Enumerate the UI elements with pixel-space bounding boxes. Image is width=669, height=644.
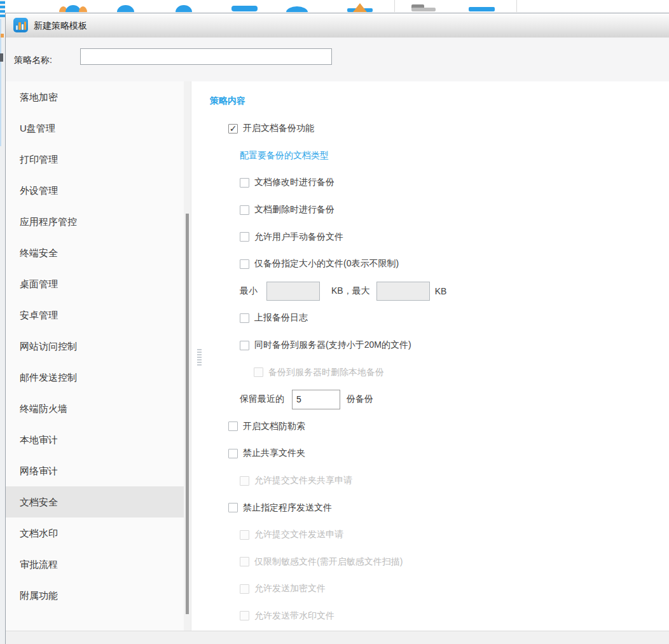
- checkbox: [254, 367, 263, 377]
- sidebar-item-7[interactable]: 安卓管理: [6, 299, 184, 331]
- splitter-grip[interactable]: [197, 349, 202, 366]
- option-row-3: 文档删除时进行备份: [191, 196, 669, 224]
- sidebar-item-8[interactable]: 网站访问控制: [6, 331, 184, 362]
- min-size-label: 最小: [240, 285, 258, 297]
- sidebar-item-16[interactable]: 附属功能: [6, 580, 184, 611]
- policy-options: ✓开启文档备份功能配置要备份的文档类型文档修改时进行备份文档删除时进行备份允许用…: [191, 115, 669, 629]
- option-row-17: 允许发送加密文件: [191, 575, 669, 603]
- logo-stripes-icon: [0, 15, 5, 17]
- option-row-2: 文档修改时进行备份: [191, 169, 669, 196]
- checkbox: [240, 584, 249, 594]
- screen: 新建策略模板 策略名称: 落地加密U盘管理打印管理外设管理应用程序管控终端安全桌…: [0, 0, 669, 644]
- files-icon: [411, 8, 436, 11]
- shield-icon: [286, 6, 308, 12]
- sidebar-item-15[interactable]: 审批流程: [6, 549, 184, 580]
- option-row-5: 仅备份指定大小的文件(0表示不限制): [191, 250, 669, 278]
- monitor-icon: [231, 6, 258, 11]
- clock-icon: [176, 5, 192, 12]
- checkbox[interactable]: [240, 205, 249, 215]
- checkbox[interactable]: [240, 259, 249, 269]
- section-heading: 策略内容: [191, 81, 669, 109]
- checkbox-label: 同时备份到服务器(支持小于20M的文件): [254, 339, 411, 351]
- sidebar-scrollbar[interactable]: [184, 81, 191, 631]
- new-policy-template-dialog: 新建策略模板 策略名称: 落地加密U盘管理打印管理外设管理应用程序管控终端安全桌…: [5, 13, 669, 644]
- sidebar-item-10[interactable]: 终端防火墙: [6, 393, 184, 424]
- option-row-13: 允许提交文件夹共享申请: [191, 467, 669, 495]
- checkbox-label: 上报备份日志: [254, 312, 308, 324]
- toolbar-divider: [394, 0, 395, 12]
- max-size-input: [376, 282, 430, 301]
- option-row-9: 备份到服务器时删除本地备份: [191, 359, 669, 386]
- sidebar-item-0[interactable]: 落地加密: [6, 81, 184, 113]
- edge-fragment: [0, 53, 3, 62]
- sidebar-item-12[interactable]: 网络审计: [6, 455, 184, 486]
- option-row-1: 配置要备份的文档类型: [191, 142, 669, 170]
- checkbox[interactable]: ✓: [228, 124, 238, 134]
- option-row-10: 保留最近的份备份: [191, 386, 669, 413]
- dialog-title: 新建策略模板: [34, 20, 87, 32]
- logo-stripes-icon: [0, 1, 5, 4]
- configure-backup-types-link[interactable]: 配置要备份的文档类型: [240, 150, 329, 161]
- policy-name-label: 策略名称:: [14, 55, 52, 66]
- edge-divider: [0, 19, 1, 146]
- checkbox[interactable]: [240, 232, 249, 242]
- toolbar-divider: [516, 0, 517, 12]
- checkbox-label: 备份到服务器时删除本地备份: [268, 367, 384, 378]
- parent-window-edge: [0, 0, 5, 644]
- checkbox-label: 允许发送带水印文件: [254, 610, 334, 622]
- checkbox-label: 开启文档防勒索: [243, 421, 305, 432]
- category-sidebar: 落地加密U盘管理打印管理外设管理应用程序管控终端安全桌面管理安卓管理网站访问控制…: [6, 81, 184, 631]
- sidebar-item-4[interactable]: 应用程序管控: [6, 206, 184, 237]
- sidebar-item-13[interactable]: 文档安全: [6, 486, 184, 517]
- option-row-7: 上报备份日志: [191, 305, 669, 332]
- list-icon: [469, 7, 495, 11]
- min-size-input: [266, 282, 320, 301]
- sidebar-item-11[interactable]: 本地审计: [6, 424, 184, 455]
- checkbox[interactable]: [228, 503, 238, 512]
- dialog-titlebar[interactable]: 新建策略模板: [6, 13, 669, 38]
- checkbox: [240, 530, 249, 540]
- checkbox: [240, 476, 249, 486]
- checkbox-label: 允许用户手动备份文件: [254, 231, 343, 243]
- dialog-footer: [6, 631, 669, 644]
- checkbox[interactable]: [240, 178, 249, 188]
- scrollbar-thumb[interactable]: [186, 214, 189, 614]
- checkbox-label: 仅限制敏感文件(需开启敏感文件扫描): [254, 556, 403, 568]
- option-row-11: 开启文档防勒索: [191, 413, 669, 441]
- sidebar-item-2[interactable]: 打印管理: [6, 144, 184, 175]
- checkbox-label: 允许提交文件发送申请: [254, 529, 343, 540]
- kb-unit-label: KB: [435, 286, 447, 296]
- checkbox[interactable]: [240, 313, 249, 323]
- parent-toolbar: [0, 0, 669, 13]
- users-icon: [79, 6, 87, 12]
- backups-unit-label: 份备份: [347, 394, 373, 405]
- checkbox: [240, 557, 249, 566]
- option-row-8: 同时备份到服务器(支持小于20M的文件): [191, 332, 669, 359]
- policy-name-input[interactable]: [80, 48, 332, 65]
- checkbox[interactable]: [228, 421, 238, 431]
- sidebar-item-14[interactable]: 文档水印: [6, 517, 184, 549]
- checkbox[interactable]: [228, 449, 238, 458]
- checkbox[interactable]: [240, 341, 249, 350]
- keep-count-input[interactable]: [292, 390, 340, 409]
- checkbox: [240, 611, 249, 620]
- sidebar-item-5[interactable]: 终端安全: [6, 237, 184, 268]
- option-row-12: 禁止共享文件夹: [191, 440, 669, 467]
- option-row-6: 最小KB，最大KB: [191, 278, 669, 305]
- alert-icon: [353, 3, 367, 12]
- bar-chart-icon: [13, 18, 28, 32]
- logo-stripes-icon: [0, 6, 5, 8]
- checkbox-label: 禁止共享文件夹: [243, 448, 305, 459]
- checkbox-label: 文档删除时进行备份: [254, 204, 334, 216]
- logo-stripes-icon: [0, 10, 5, 13]
- globe-icon: [117, 5, 134, 12]
- sidebar-item-3[interactable]: 外设管理: [6, 175, 184, 206]
- sidebar-item-1[interactable]: U盘管理: [6, 113, 184, 144]
- option-row-0: ✓开启文档备份功能: [191, 115, 669, 142]
- checkbox-label: 仅备份指定大小的文件(0表示不限制): [254, 258, 399, 270]
- sidebar-item-9[interactable]: 邮件发送控制: [6, 362, 184, 393]
- keep-recent-label: 保留最近的: [240, 394, 284, 405]
- checkbox-label: 开启文档备份功能: [243, 123, 314, 134]
- dialog-body: 落地加密U盘管理打印管理外设管理应用程序管控终端安全桌面管理安卓管理网站访问控制…: [6, 81, 669, 631]
- sidebar-item-6[interactable]: 桌面管理: [6, 268, 184, 299]
